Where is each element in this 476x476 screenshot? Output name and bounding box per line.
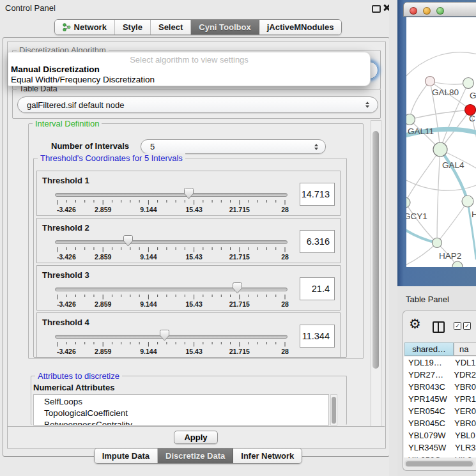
cell-shared-name: YPR145W [404,393,452,405]
cell-name: YDL1 [453,357,476,369]
slider-thumb[interactable] [123,235,133,247]
table-row[interactable]: YDR27…YDR2 [404,369,476,381]
table-row[interactable]: YBR045CYBR0 [404,417,476,429]
network-edge[interactable] [406,150,440,203]
settings-scrollbar-thumb[interactable] [372,131,379,369]
table-data-combobox[interactable]: galFiltered.sif default node [17,96,378,113]
control-panel-titlebar: Control Panel [0,0,396,17]
network-node[interactable] [406,114,415,125]
apply-button[interactable]: Apply [174,431,217,444]
threshold-label: Threshold 2 [42,223,89,233]
threshold-value-field[interactable]: 21.4 [300,277,335,300]
cell-shared-name: YBL079W [404,429,453,441]
attribute-item-topologicalcoefficient[interactable]: TopologicalCoefficient [44,408,328,419]
tab-jactivemnodules[interactable]: jActiveMNodules [259,20,342,35]
network-view-canvas[interactable]: GAL80GCGAL11GAL4GCY1HHAP2 [406,17,476,267]
network-edge[interactable] [406,178,476,190]
checkbox-icon[interactable]: ✓ [454,322,461,330]
svg-text:9.144: 9.144 [140,348,157,355]
table-panel-title: Table Panel [406,295,449,304]
table-row[interactable]: YLR345WYLR3 [404,441,476,454]
network-node[interactable] [433,238,442,248]
network-edge[interactable] [437,150,440,243]
slider-track[interactable] [55,193,288,197]
network-edge[interactable] [410,81,430,119]
slider-thumb[interactable] [160,330,169,341]
slider-thumb[interactable] [233,282,242,294]
network-edge[interactable] [437,201,468,243]
column-checkboxes: ✓ ✓ [454,322,471,330]
table-body: YDL19…YDL1YDR27…YDR2YBR043CYBR0YPR145WYP… [404,357,476,457]
slider-ticks: -3.4262.8599.14415.4321.71528 [55,247,289,264]
panel-title: Control Panel [5,3,56,13]
float-window-icon[interactable] [372,5,381,13]
tab-infer-network[interactable]: Infer Network [233,449,302,463]
network-node[interactable] [433,142,447,157]
svg-text:28: 28 [281,300,289,308]
network-edge[interactable] [410,110,470,119]
close-traffic-light-icon[interactable] [410,7,417,15]
threshold-value-field[interactable]: 11.344 [300,325,335,348]
tab-network[interactable]: Network [55,20,115,35]
threshold-value-field[interactable]: 6.316 [300,230,335,253]
tab-label: Network [74,22,107,32]
threshold-label: Threshold 1 [42,176,89,185]
attributes-group-title: Attributes to discretize [35,371,122,381]
numerical-attributes-label: Numerical Attributes [33,383,114,392]
tab-select[interactable]: Select [151,20,191,35]
table-row[interactable]: YBL079WYBL0 [404,429,476,441]
slider-track[interactable] [55,335,288,339]
table-row[interactable]: YPR145WYPR1 [404,393,476,405]
num-intervals-combobox[interactable]: 5 [141,139,326,154]
network-node[interactable] [462,196,473,207]
tab-style[interactable]: Style [115,20,151,35]
cell-name: YLR3 [453,441,476,454]
threshold-row-1: Threshold 1-3.4262.8599.14415.4321.71528… [36,171,341,216]
table-hscrollbar[interactable] [404,460,475,467]
checkbox-icon[interactable]: ✓ [463,322,471,330]
thresholds-group-title: Threshold's Coordinates for 5 Intervals [38,153,185,163]
table-row[interactable]: YDL19…YDL1 [404,357,476,369]
network-node[interactable] [406,197,410,208]
network-node[interactable] [463,78,474,89]
threshold-row-3: Threshold 3-3.4262.8599.14415.4321.71528… [36,265,341,311]
zoom-traffic-light-icon[interactable] [436,7,444,15]
network-node[interactable] [426,77,435,86]
column-header-1[interactable]: shared… [404,342,454,356]
network-edge[interactable] [406,52,476,80]
network-edge-highlighted[interactable] [440,150,468,201]
columns-icon[interactable] [433,321,445,333]
node-label: H [472,210,476,219]
network-window-titlebar[interactable] [403,2,476,17]
gear-icon[interactable]: ⚙ [409,317,421,330]
network-graph[interactable]: GAL80GCGAL11GAL4GCY1HHAP2 [406,17,476,267]
tab-label: Cyni Toolbox [199,22,250,32]
attributes-list-scrollbar[interactable] [330,394,337,426]
tab-discretize-data[interactable]: Discretize Data [158,449,233,463]
top-tab-segments: NetworkStyleSelectCyni ToolboxjActiveMNo… [54,19,342,35]
attributes-list[interactable]: SelfLoopsTopologicalCoefficientBetweenne… [33,394,329,426]
table-header: shared…na [404,342,476,356]
table-row[interactable]: YIL052CYIL0 [404,454,476,457]
slider-thumb[interactable] [184,188,194,199]
attribute-item-selfloops[interactable]: SelfLoops [44,396,328,408]
cell-name: YBR0 [452,417,476,429]
svg-text:-3.426: -3.426 [57,348,76,355]
slider-track[interactable] [55,240,288,244]
tab-cyni-toolbox[interactable]: Cyni Toolbox [191,20,259,35]
cell-shared-name: YBR045C [404,417,452,429]
table-row[interactable]: YER054CYER0 [404,405,476,417]
network-edge[interactable] [406,243,437,266]
slider-track[interactable] [55,288,288,291]
minimize-traffic-light-icon[interactable] [423,7,431,15]
tab-impute-data[interactable]: Impute Data [95,449,158,463]
algorithm-option-manual-discretization[interactable]: Manual Discretization [11,65,100,74]
node-label: GAL80 [432,88,459,97]
table-row[interactable]: YBR043CYBR0 [404,381,476,393]
algorithm-option-equal-width-frequency-discretization[interactable]: Equal Width/Frequency Discretization [11,75,155,84]
svg-text:21.715: 21.715 [229,206,250,213]
column-header-2[interactable]: na [454,342,476,356]
combo-spinner-icon [365,102,369,108]
threshold-value-field[interactable]: 14.713 [300,183,335,206]
attribute-item-betweennesscentrality[interactable]: BetweennessCentrality [44,419,328,426]
